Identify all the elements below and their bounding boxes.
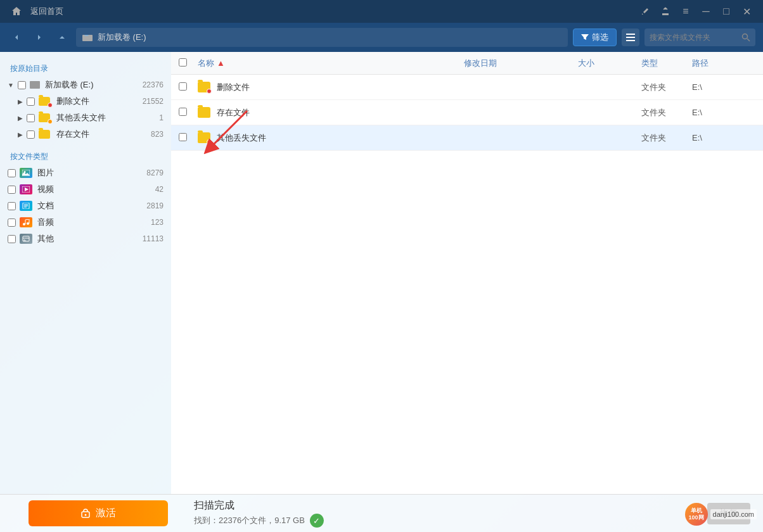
folder-wrapper-deleted <box>39 96 51 106</box>
sidebar-item-existing[interactable]: ▶ 存在文件 823 <box>0 126 171 142</box>
svg-line-8 <box>747 39 750 41</box>
sidebar-count-otherlost: 1 <box>159 113 164 122</box>
filter-label: 筛选 <box>592 32 608 43</box>
minimize-button[interactable]: ─ <box>697 3 715 20</box>
row-check-2[interactable] <box>179 108 198 118</box>
titlebar-controls: ≡ ─ □ ✕ <box>636 3 755 20</box>
expand-arrow-root[interactable]: ▼ <box>8 82 14 89</box>
sidebar-label-existing: 存在文件 <box>56 129 89 140</box>
section-filetype-title: 按文件类型 <box>0 148 171 165</box>
search-input[interactable] <box>650 33 738 42</box>
checkbox-image[interactable] <box>8 169 16 177</box>
expand-arrow-otherlost[interactable]: ▶ <box>18 115 23 122</box>
dot-red-row1 <box>207 89 212 94</box>
back-button[interactable] <box>8 28 25 46</box>
checkbox-audio[interactable] <box>8 218 16 227</box>
checkbox-doc[interactable] <box>8 202 16 210</box>
titlebar-left: 返回首页 <box>8 3 63 20</box>
titlebar: 返回首页 ≡ ─ □ ✕ <box>0 0 763 23</box>
sidebar-item-audio[interactable]: 音频 123 <box>0 214 171 231</box>
upload-button[interactable] <box>657 3 674 20</box>
table-row[interactable]: 存在文件 文件夹 E:\ <box>171 100 763 125</box>
sidebar-count-image: 8279 <box>146 168 164 177</box>
sidebar-item-image[interactable]: 图片 8279 <box>0 165 171 181</box>
sidebar-item-other[interactable]: Ai 其他 11113 <box>0 231 171 247</box>
watermark: 单机100网 danji100.com <box>685 503 757 526</box>
checkbox-deleted[interactable] <box>27 98 35 106</box>
checkbox-video[interactable] <box>8 186 16 194</box>
section-directory-title: 按原始目录 <box>0 60 171 77</box>
toolbar: 新加载卷 (E:) 筛选 <box>0 23 763 52</box>
row-type-2: 文件夹 <box>641 107 692 118</box>
table-row[interactable]: 删除文件 文件夹 E:\ <box>171 75 763 100</box>
image-icon <box>20 168 32 178</box>
sidebar-label-audio: 音频 <box>37 217 54 228</box>
row-label-1: 删除文件 <box>217 82 250 93</box>
file-table-header: 名称 ▲ 修改日期 大小 类型 路径 <box>171 52 763 75</box>
content-area: 名称 ▲ 修改日期 大小 类型 路径 删除文件 文件夹 E <box>171 52 763 494</box>
bottom-bar-left: 激活 <box>13 500 184 526</box>
row-checkbox-2[interactable] <box>179 108 187 116</box>
row-check-1[interactable] <box>179 82 198 92</box>
maximize-button[interactable]: □ <box>717 3 735 20</box>
svg-line-21 <box>25 219 29 220</box>
home-label[interactable]: 返回首页 <box>30 6 63 17</box>
close-button[interactable]: ✕ <box>738 3 755 20</box>
sidebar-item-doc[interactable]: 文档 2819 <box>0 198 171 214</box>
checkbox-root[interactable] <box>18 81 26 89</box>
row-checkbox-1[interactable] <box>179 82 187 91</box>
svg-rect-5 <box>626 37 635 38</box>
table-row[interactable]: 其他丢失文件 文件夹 E:\ <box>171 125 763 151</box>
forward-button[interactable] <box>30 28 48 46</box>
row-checkbox-3[interactable] <box>179 133 187 141</box>
sidebar-item-video[interactable]: 视频 42 <box>0 181 171 198</box>
header-name[interactable]: 名称 ▲ <box>198 58 464 69</box>
menu-button[interactable]: ≡ <box>677 3 695 20</box>
checkbox-other[interactable] <box>8 235 16 243</box>
expand-arrow-existing[interactable]: ▶ <box>18 131 23 138</box>
video-icon <box>20 184 32 194</box>
sidebar-item-deleted[interactable]: ▶ 删除文件 21552 <box>0 93 171 110</box>
view-toggle-button[interactable] <box>622 28 639 46</box>
bottom-bar: 激活 扫描完成 找到：22376个文件，9.17 GB ✓ 恢复 <box>0 494 763 532</box>
svg-rect-6 <box>626 40 635 41</box>
expand-arrow-deleted[interactable]: ▶ <box>18 98 23 105</box>
doc-icon <box>20 201 32 211</box>
svg-marker-12 <box>25 187 29 191</box>
header-check[interactable] <box>179 58 198 68</box>
row-type-3: 文件夹 <box>641 132 692 144</box>
folder-wrapper-row1 <box>198 82 210 92</box>
activate-label: 激活 <box>96 507 116 520</box>
checkbox-otherlost[interactable] <box>27 114 35 122</box>
sidebar-item-otherlost[interactable]: ▶ 其他丢失文件 1 <box>0 110 171 126</box>
svg-text:Ai: Ai <box>23 239 26 242</box>
row-name-2: 存在文件 <box>198 107 464 118</box>
watermark-site: danji100.com <box>710 509 757 519</box>
search-box[interactable] <box>644 28 755 46</box>
svg-point-18 <box>27 222 29 225</box>
checkbox-existing[interactable] <box>27 130 35 139</box>
folder-wrapper-row2 <box>198 108 210 118</box>
sidebar-label-other: 其他 <box>37 233 54 244</box>
svg-rect-2 <box>662 13 669 15</box>
select-all-checkbox[interactable] <box>179 58 187 66</box>
check-green-icon: ✓ <box>310 514 324 528</box>
row-name-1: 删除文件 <box>198 82 464 93</box>
home-icon[interactable] <box>8 3 25 20</box>
activate-button[interactable]: 激活 <box>29 500 168 526</box>
up-button[interactable] <box>53 28 71 46</box>
row-check-3[interactable] <box>179 133 198 143</box>
folder-wrapper-row3 <box>198 133 210 143</box>
sidebar-item-root[interactable]: ▼ 新加载卷 (E:) 22376 <box>0 77 171 93</box>
toolbar-right: 筛选 <box>573 28 755 46</box>
header-size: 大小 <box>578 58 641 69</box>
address-text: 新加载卷 (E:) <box>98 32 146 43</box>
sort-arrow: ▲ <box>217 58 225 68</box>
scan-done-section: 扫描完成 找到：22376个文件，9.17 GB ✓ <box>194 499 324 528</box>
scan-info: 找到：22376个文件，9.17 GB <box>194 515 305 526</box>
dot-red-deleted <box>48 103 53 108</box>
share-button[interactable] <box>636 3 654 20</box>
svg-point-17 <box>23 223 25 225</box>
address-bar: 新加载卷 (E:) <box>76 28 568 47</box>
filter-button[interactable]: 筛选 <box>573 28 617 46</box>
